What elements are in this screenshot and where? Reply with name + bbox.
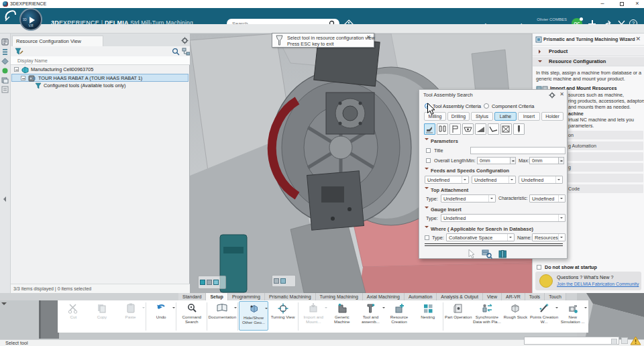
- tool-rough-stock[interactable]: Rough Stock: [501, 301, 530, 331]
- max-spinner[interactable]: [559, 157, 564, 164]
- dropdown-caret-icon[interactable]: [172, 307, 175, 310]
- lathe-tool-type-icon-7[interactable]: [500, 123, 512, 135]
- strip-notes-icon[interactable]: [1, 86, 9, 93]
- panel-title-tab[interactable]: Resource Configuration View: [12, 36, 103, 46]
- tool-copy[interactable]: Copy: [88, 301, 117, 331]
- panel-gear-icon[interactable]: [181, 37, 189, 44]
- strip-status-icon[interactable]: [1, 67, 9, 74]
- where-checkbox[interactable]: [425, 235, 429, 240]
- tool-new-simulation[interactable]: New Simulation ...: [558, 301, 587, 331]
- tool-import-and-mount[interactable]: Import and Mount...: [299, 301, 328, 331]
- ribbon-tab-automation[interactable]: Automation: [405, 293, 437, 300]
- tool-assembly-criteria-label[interactable]: Tool Assembly Criteria: [433, 103, 481, 109]
- feeds-dropdown-3[interactable]: Undefined: [519, 176, 563, 184]
- mini-tool-icon[interactable]: [213, 280, 219, 285]
- ribbon-tab-programming[interactable]: Programming: [228, 293, 265, 300]
- title-checkbox[interactable]: [426, 148, 431, 153]
- mini-axis-icon[interactable]: [200, 280, 205, 285]
- dropdown-caret-icon[interactable]: [584, 307, 587, 310]
- component-criteria-radio[interactable]: [484, 103, 489, 109]
- feeds-dropdown-2[interactable]: Undefined: [472, 176, 516, 184]
- strip-list-icon[interactable]: [1, 48, 9, 56]
- lathe-tool-type-icon-2[interactable]: [437, 123, 448, 135]
- category-holder[interactable]: Holder: [541, 112, 564, 121]
- ribbon-tab-tools[interactable]: Tools: [525, 293, 545, 300]
- ribbon-tab-axial-machining[interactable]: Axial Machining: [363, 293, 405, 300]
- lathe-tool-type-icon-1[interactable]: [424, 123, 435, 135]
- lathe-tool-type-icon-4[interactable]: [462, 123, 474, 135]
- minimize-button[interactable]: –: [596, 0, 609, 8]
- play-media-badge[interactable]: 3D V.R: [19, 8, 42, 31]
- max-value-input[interactable]: 0mm: [529, 157, 559, 164]
- ribbon-tab-setup[interactable]: Setup: [206, 293, 227, 300]
- title-input[interactable]: [470, 147, 566, 154]
- lathe-tool-type-icon-5[interactable]: [475, 123, 486, 135]
- lathe-tool-type-icon-8[interactable]: [513, 123, 525, 135]
- ribbon-tab-standard[interactable]: Standard: [178, 293, 206, 300]
- dropdown-caret-icon[interactable]: [142, 307, 145, 310]
- tool-resource-creation[interactable]: Resource Creation: [385, 301, 414, 331]
- mini-fixture-icon[interactable]: [207, 280, 212, 285]
- tool-points-creation[interactable]: Points Creation W...: [530, 301, 559, 331]
- panel-search-icon[interactable]: [172, 48, 180, 56]
- tool-paste[interactable]: Paste: [116, 301, 145, 331]
- expander-icon[interactable]: [21, 76, 25, 80]
- maximize-button[interactable]: [620, 2, 624, 6]
- dropdown-caret-icon[interactable]: [234, 307, 237, 310]
- tree-row-tour-haas[interactable]: TOUR HAAS RABAT A (TOUR HAAS RABAT 1): [11, 74, 189, 82]
- status-extra-icon[interactable]: [621, 337, 628, 344]
- strip-catalog-icon[interactable]: [1, 58, 9, 65]
- min-spinner[interactable]: [511, 157, 516, 164]
- lathe-tool-type-icon-6[interactable]: [488, 123, 499, 135]
- tooltip-close-icon[interactable]: ✕: [366, 34, 371, 40]
- 3ds-compass-icon[interactable]: [3, 9, 18, 23]
- ribbon-tab-ar-vr[interactable]: AR-VR: [502, 293, 525, 300]
- dropdown-caret-icon[interactable]: [265, 308, 268, 310]
- tool-documentation[interactable]: Documentation: [208, 301, 237, 331]
- ribbon-tab-turning-machining[interactable]: Turning Machining: [316, 293, 363, 300]
- tool-hide-show-other-geometry[interactable]: Hide/Show Other Geo...: [239, 301, 269, 331]
- mini-robot-icon[interactable]: [274, 278, 279, 284]
- component-criteria-label[interactable]: Component Criteria: [492, 103, 534, 109]
- ribbon-tab-touch[interactable]: Touch: [545, 293, 566, 300]
- close-button[interactable]: ×: [631, 0, 644, 8]
- do-not-show-label[interactable]: Do not show at startup: [545, 264, 597, 270]
- viewport-mini-toolbar[interactable]: [198, 276, 226, 289]
- feeds-section-header[interactable]: Feeds and Speeds Configuration: [425, 168, 509, 174]
- tree-row-manufacturing-cell[interactable]: Manufacturing Cell00963705: [11, 66, 190, 74]
- status-input[interactable]: [524, 337, 619, 345]
- ribbon-collapse-chevron[interactable]: [1, 302, 7, 308]
- tool-generic-machine[interactable]: Generic Machine: [327, 301, 356, 331]
- tool-part-operation[interactable]: Part Operation: [444, 301, 473, 331]
- catalog-browse-button[interactable]: [497, 248, 508, 259]
- overall-length-checkbox[interactable]: [426, 158, 431, 163]
- panel-collapse-arrow[interactable]: [1, 196, 6, 202]
- expander-icon[interactable]: [14, 67, 19, 72]
- strip-layers-icon[interactable]: [1, 76, 9, 84]
- tool-undo[interactable]: Undo: [147, 301, 176, 331]
- ribbon-tab-view[interactable]: View: [483, 293, 502, 300]
- parameters-section-header[interactable]: Parameters: [425, 138, 458, 144]
- tool-cut[interactable]: Cut: [59, 301, 88, 331]
- wizard-section-resource-configuration[interactable]: Resource Configuration: [533, 57, 644, 66]
- where-name-dropdown[interactable]: Resources: [532, 233, 566, 241]
- strip-model-icon[interactable]: [1, 38, 9, 46]
- feeds-dropdown-1[interactable]: Undefined: [425, 176, 469, 184]
- category-stylus[interactable]: Stylus: [471, 112, 493, 121]
- ribbon-tab-analysis-output[interactable]: Analysis & Output: [437, 293, 483, 300]
- mini-machine-icon[interactable]: [280, 278, 286, 284]
- do-not-show-checkbox[interactable]: [537, 265, 541, 270]
- gauge-insert-section-header[interactable]: Gauge Insert: [425, 207, 462, 213]
- viewport-mini-toolbar-2[interactable]: [272, 275, 296, 287]
- tool-turning-view[interactable]: Turning View: [268, 301, 297, 331]
- category-drilling[interactable]: Drilling: [447, 112, 470, 121]
- filter-edit-icon[interactable]: [15, 48, 23, 56]
- gauge-insert-type-dropdown[interactable]: Undefined: [441, 214, 566, 222]
- wizard-section-product[interactable]: Product: [533, 47, 644, 56]
- warning-icon[interactable]: [630, 336, 641, 345]
- column-header[interactable]: Display Name: [11, 56, 190, 65]
- top-attachment-section-header[interactable]: Top Attachment: [425, 187, 468, 193]
- dialog-close-icon[interactable]: ✕: [559, 91, 564, 97]
- select-arrow-button[interactable]: [465, 248, 476, 259]
- tool-nesting[interactable]: Nesting: [413, 301, 442, 331]
